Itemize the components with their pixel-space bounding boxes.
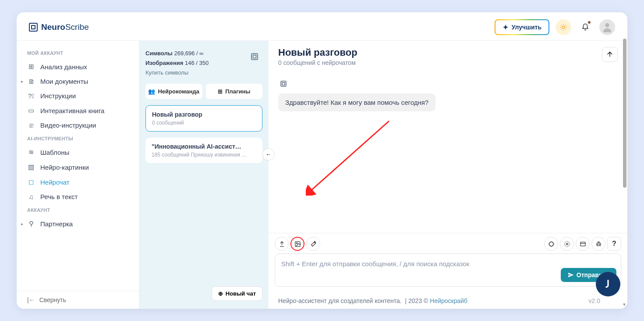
input-toolbar: ?: [275, 237, 621, 253]
logo[interactable]: NeuroScribe: [29, 22, 89, 32]
section-my-account: МОЙ АККАУНТ: [17, 47, 139, 59]
header: NeuroScribe Улучшить: [17, 12, 627, 41]
help-fab[interactable]: [596, 272, 620, 296]
nav-speech[interactable]: ♫Речь в текст: [17, 189, 139, 204]
grid-icon: ⊞: [27, 63, 35, 71]
svg-point-14: [599, 244, 599, 244]
notification-dot: [588, 21, 591, 24]
annotation-arrow: [306, 117, 393, 196]
svg-rect-11: [580, 242, 585, 246]
chat-title: Новый разговор: [278, 47, 357, 58]
nav-book[interactable]: ▭Интерактивная книга: [17, 103, 139, 118]
svg-point-10: [566, 243, 568, 245]
logo-text-light: Scribe: [65, 22, 89, 32]
sidebar: МОЙ АККАУНТ ⊞Анализ данных 🗎Мои документ…: [17, 41, 139, 309]
plus-icon: ⊕: [218, 290, 223, 297]
share-button[interactable]: [602, 47, 618, 62]
upgrade-label: Улучшить: [512, 24, 541, 31]
conversation-item[interactable]: "Инновационный AI-ассист… 185 сообщений …: [145, 138, 262, 163]
bot-message: Здравствуйте! Как я могу вам помочь сего…: [278, 93, 435, 111]
app-window: ▼ NeuroScribe Улучшить: [17, 12, 627, 309]
svg-point-1: [605, 23, 609, 27]
book-icon: ▭: [27, 107, 35, 114]
robot-button[interactable]: [591, 237, 605, 251]
nav-video[interactable]: ⎚Видео-инструкции: [17, 118, 139, 132]
svg-point-9: [296, 243, 297, 244]
sidebar-collapse[interactable]: |← Свернуть: [17, 291, 139, 309]
theme-toggle[interactable]: [556, 19, 571, 35]
notifications-button[interactable]: [577, 19, 593, 35]
svg-rect-3: [253, 55, 256, 58]
layers-icon: ≋: [27, 148, 35, 156]
plugins-button[interactable]: ⊞Плагины: [206, 84, 263, 99]
svg-point-13: [598, 244, 598, 244]
svg-point-0: [562, 26, 565, 29]
svg-rect-2: [251, 54, 258, 60]
grid-icon: ⊞: [218, 88, 223, 95]
chat-input-area: ? Shift + Enter для отправки сообщения, …: [269, 233, 627, 293]
user-avatar[interactable]: [599, 19, 615, 35]
version-label: v2.0: [589, 297, 600, 304]
rocket-icon: [502, 24, 509, 30]
chat-header: Новый разговор 0 сообщений с нейрочатом: [269, 41, 627, 71]
magic-button[interactable]: [306, 237, 320, 251]
collapse-icon: |←: [27, 296, 35, 303]
chat-subtitle: 0 сообщений с нейрочатом: [278, 59, 357, 66]
logo-text-bold: Neuro: [41, 22, 65, 32]
message-input[interactable]: Shift + Enter для отправки сообщения, / …: [275, 253, 621, 287]
section-ai-tools: AI-ИНСТРУМЕНТЫ: [17, 132, 139, 145]
upgrade-button[interactable]: Улучшить: [495, 19, 549, 35]
svg-line-7: [310, 121, 389, 191]
extension-button[interactable]: [544, 237, 558, 251]
footer: Нейро-ассистент для создателей контента.…: [269, 293, 627, 309]
usage-stats: Символы 269,696 / ∞ Изображения 146 / 35…: [145, 49, 262, 78]
attach-file-button[interactable]: [275, 237, 289, 251]
people-icon: 👥: [148, 88, 155, 95]
nav-instructions[interactable]: ?⃝Инструкции: [17, 89, 139, 103]
footer-brand-link[interactable]: Нейроскрайб: [430, 297, 467, 304]
chip-icon: [248, 50, 261, 63]
nav-documents[interactable]: 🗎Мои документы: [17, 74, 139, 89]
panel-collapse-toggle[interactable]: ←: [262, 148, 275, 160]
nav-chat[interactable]: ◻Нейрочат: [17, 175, 139, 189]
nav-templates[interactable]: ≋Шаблоны: [17, 145, 139, 160]
logo-icon: [29, 23, 38, 32]
conversation-item-active[interactable]: Новый разговор 0 сообщений: [145, 105, 262, 132]
mid-buttons: 👥Нейрокоманда ⊞Плагины: [145, 84, 262, 99]
chat-messages: Здравствуйте! Как я могу вам помочь сего…: [269, 71, 627, 233]
nav-partner[interactable]: ⚲Партнерка: [17, 216, 139, 231]
new-chat-button[interactable]: ⊕ Новый чат: [212, 286, 262, 301]
svg-rect-4: [281, 81, 286, 86]
help-icon: ?⃝: [27, 92, 35, 100]
body: МОЙ АККАУНТ ⊞Анализ данных 🗎Мои документ…: [17, 41, 627, 309]
card-button[interactable]: [576, 237, 590, 251]
input-placeholder: Shift + Enter для отправки сообщения, / …: [281, 260, 615, 268]
attach-image-button[interactable]: [290, 237, 304, 251]
team-button[interactable]: 👥Нейрокоманда: [145, 84, 202, 99]
chat-area: Новый разговор 0 сообщений с нейрочатом …: [269, 41, 627, 309]
image-icon: ▧: [27, 163, 35, 171]
people-icon: ⚲: [27, 220, 35, 228]
headphones-icon: ♫: [27, 193, 35, 200]
header-actions: Улучшить: [495, 19, 615, 35]
video-icon: ⎚: [27, 121, 35, 129]
svg-rect-5: [282, 82, 285, 85]
nav-images[interactable]: ▧Нейро-картинки: [17, 160, 139, 175]
chat-icon: ◻: [27, 178, 35, 186]
buy-symbols-link[interactable]: Купить символы: [145, 68, 262, 78]
nav-analytics[interactable]: ⊞Анализ данных: [17, 59, 139, 74]
settings-button[interactable]: [560, 237, 574, 251]
help-button[interactable]: ?: [607, 237, 621, 251]
bot-avatar-icon: [278, 78, 289, 89]
conversations-panel: Символы 269,696 / ∞ Изображения 146 / 35…: [139, 41, 269, 309]
document-icon: 🗎: [27, 78, 35, 85]
section-account: АККАУНТ: [17, 204, 139, 216]
